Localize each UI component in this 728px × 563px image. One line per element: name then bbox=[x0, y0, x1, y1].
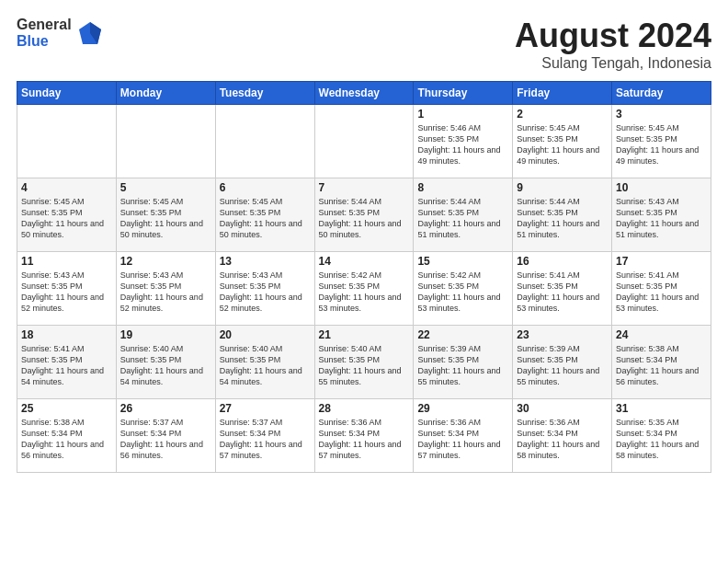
calendar-cell: 21Sunrise: 5:40 AM Sunset: 5:35 PM Dayli… bbox=[314, 326, 414, 399]
day-number: 28 bbox=[319, 402, 410, 415]
day-info: Sunrise: 5:42 AM Sunset: 5:35 PM Dayligh… bbox=[417, 270, 508, 315]
day-number: 14 bbox=[319, 255, 410, 268]
day-info: Sunrise: 5:41 AM Sunset: 5:35 PM Dayligh… bbox=[21, 343, 112, 388]
calendar-cell: 29Sunrise: 5:36 AM Sunset: 5:34 PM Dayli… bbox=[414, 399, 513, 473]
calendar-week-3: 11Sunrise: 5:43 AM Sunset: 5:35 PM Dayli… bbox=[17, 252, 711, 326]
calendar-header-saturday: Saturday bbox=[612, 82, 711, 105]
day-number: 26 bbox=[120, 402, 211, 415]
day-info: Sunrise: 5:44 AM Sunset: 5:35 PM Dayligh… bbox=[319, 196, 410, 241]
title-block: August 2024 Sulang Tengah, Indonesia bbox=[515, 17, 711, 72]
calendar-week-2: 4Sunrise: 5:45 AM Sunset: 5:35 PM Daylig… bbox=[17, 178, 711, 252]
day-info: Sunrise: 5:36 AM Sunset: 5:34 PM Dayligh… bbox=[319, 417, 410, 462]
day-info: Sunrise: 5:43 AM Sunset: 5:35 PM Dayligh… bbox=[220, 270, 311, 315]
day-number: 9 bbox=[517, 181, 608, 194]
day-info: Sunrise: 5:39 AM Sunset: 5:35 PM Dayligh… bbox=[417, 343, 508, 388]
day-info: Sunrise: 5:38 AM Sunset: 5:34 PM Dayligh… bbox=[21, 417, 112, 462]
day-number: 3 bbox=[616, 108, 707, 121]
calendar-header-wednesday: Wednesday bbox=[314, 82, 414, 105]
calendar-cell bbox=[215, 105, 314, 178]
day-number: 27 bbox=[220, 402, 311, 415]
day-info: Sunrise: 5:43 AM Sunset: 5:35 PM Dayligh… bbox=[120, 270, 211, 315]
calendar-cell: 7Sunrise: 5:44 AM Sunset: 5:35 PM Daylig… bbox=[314, 178, 414, 252]
day-info: Sunrise: 5:45 AM Sunset: 5:35 PM Dayligh… bbox=[120, 196, 211, 241]
calendar-week-1: 1Sunrise: 5:46 AM Sunset: 5:35 PM Daylig… bbox=[17, 105, 711, 178]
day-number: 11 bbox=[21, 255, 112, 268]
day-number: 23 bbox=[517, 328, 608, 341]
calendar-cell: 27Sunrise: 5:37 AM Sunset: 5:34 PM Dayli… bbox=[215, 399, 314, 473]
day-number: 31 bbox=[616, 402, 707, 415]
day-info: Sunrise: 5:43 AM Sunset: 5:35 PM Dayligh… bbox=[21, 270, 112, 315]
logo-icon bbox=[75, 18, 105, 48]
day-number: 7 bbox=[319, 181, 410, 194]
day-number: 4 bbox=[21, 181, 112, 194]
calendar-header-tuesday: Tuesday bbox=[215, 82, 314, 105]
day-number: 16 bbox=[517, 255, 608, 268]
calendar-cell: 23Sunrise: 5:39 AM Sunset: 5:35 PM Dayli… bbox=[513, 326, 612, 399]
calendar-cell: 15Sunrise: 5:42 AM Sunset: 5:35 PM Dayli… bbox=[414, 252, 513, 326]
day-number: 24 bbox=[616, 328, 707, 341]
calendar-cell: 14Sunrise: 5:42 AM Sunset: 5:35 PM Dayli… bbox=[314, 252, 414, 326]
calendar-cell: 16Sunrise: 5:41 AM Sunset: 5:35 PM Dayli… bbox=[513, 252, 612, 326]
day-number: 29 bbox=[417, 402, 508, 415]
day-number: 2 bbox=[517, 108, 608, 121]
calendar-cell bbox=[17, 105, 117, 178]
day-info: Sunrise: 5:44 AM Sunset: 5:35 PM Dayligh… bbox=[517, 196, 608, 241]
calendar-cell: 8Sunrise: 5:44 AM Sunset: 5:35 PM Daylig… bbox=[414, 178, 513, 252]
day-number: 10 bbox=[616, 181, 707, 194]
calendar-cell bbox=[116, 105, 215, 178]
day-info: Sunrise: 5:45 AM Sunset: 5:35 PM Dayligh… bbox=[220, 196, 311, 241]
day-info: Sunrise: 5:45 AM Sunset: 5:35 PM Dayligh… bbox=[616, 122, 707, 167]
day-info: Sunrise: 5:36 AM Sunset: 5:34 PM Dayligh… bbox=[517, 417, 608, 462]
day-info: Sunrise: 5:42 AM Sunset: 5:35 PM Dayligh… bbox=[319, 270, 410, 315]
calendar-cell: 3Sunrise: 5:45 AM Sunset: 5:35 PM Daylig… bbox=[612, 105, 711, 178]
calendar-cell: 20Sunrise: 5:40 AM Sunset: 5:35 PM Dayli… bbox=[215, 326, 314, 399]
day-number: 22 bbox=[417, 328, 508, 341]
day-info: Sunrise: 5:39 AM Sunset: 5:35 PM Dayligh… bbox=[517, 343, 608, 388]
day-number: 20 bbox=[220, 328, 311, 341]
day-number: 17 bbox=[616, 255, 707, 268]
day-info: Sunrise: 5:35 AM Sunset: 5:34 PM Dayligh… bbox=[616, 417, 707, 462]
day-number: 12 bbox=[120, 255, 211, 268]
calendar: SundayMondayTuesdayWednesdayThursdayFrid… bbox=[17, 81, 711, 473]
calendar-header-monday: Monday bbox=[116, 82, 215, 105]
day-number: 21 bbox=[319, 328, 410, 341]
day-info: Sunrise: 5:43 AM Sunset: 5:35 PM Dayligh… bbox=[616, 196, 707, 241]
day-info: Sunrise: 5:44 AM Sunset: 5:35 PM Dayligh… bbox=[417, 196, 508, 241]
calendar-cell: 10Sunrise: 5:43 AM Sunset: 5:35 PM Dayli… bbox=[612, 178, 711, 252]
calendar-cell: 28Sunrise: 5:36 AM Sunset: 5:34 PM Dayli… bbox=[314, 399, 414, 473]
header: General Blue August 2024 Sulang Tengah, … bbox=[17, 17, 711, 72]
calendar-header-row: SundayMondayTuesdayWednesdayThursdayFrid… bbox=[17, 82, 711, 105]
day-info: Sunrise: 5:45 AM Sunset: 5:35 PM Dayligh… bbox=[517, 122, 608, 167]
day-info: Sunrise: 5:36 AM Sunset: 5:34 PM Dayligh… bbox=[417, 417, 508, 462]
calendar-cell: 24Sunrise: 5:38 AM Sunset: 5:34 PM Dayli… bbox=[612, 326, 711, 399]
day-number: 5 bbox=[120, 181, 211, 194]
calendar-cell: 1Sunrise: 5:46 AM Sunset: 5:35 PM Daylig… bbox=[414, 105, 513, 178]
calendar-cell: 31Sunrise: 5:35 AM Sunset: 5:34 PM Dayli… bbox=[612, 399, 711, 473]
logo-general: General bbox=[17, 17, 72, 33]
day-info: Sunrise: 5:41 AM Sunset: 5:35 PM Dayligh… bbox=[616, 270, 707, 315]
calendar-cell: 22Sunrise: 5:39 AM Sunset: 5:35 PM Dayli… bbox=[414, 326, 513, 399]
day-info: Sunrise: 5:40 AM Sunset: 5:35 PM Dayligh… bbox=[220, 343, 311, 388]
calendar-cell: 9Sunrise: 5:44 AM Sunset: 5:35 PM Daylig… bbox=[513, 178, 612, 252]
calendar-header-sunday: Sunday bbox=[17, 82, 117, 105]
calendar-header-thursday: Thursday bbox=[414, 82, 513, 105]
day-info: Sunrise: 5:38 AM Sunset: 5:34 PM Dayligh… bbox=[616, 343, 707, 388]
calendar-cell: 19Sunrise: 5:40 AM Sunset: 5:35 PM Dayli… bbox=[116, 326, 215, 399]
calendar-cell: 4Sunrise: 5:45 AM Sunset: 5:35 PM Daylig… bbox=[17, 178, 117, 252]
calendar-cell: 30Sunrise: 5:36 AM Sunset: 5:34 PM Dayli… bbox=[513, 399, 612, 473]
day-number: 25 bbox=[21, 402, 112, 415]
day-info: Sunrise: 5:40 AM Sunset: 5:35 PM Dayligh… bbox=[120, 343, 211, 388]
day-number: 30 bbox=[517, 402, 608, 415]
day-info: Sunrise: 5:41 AM Sunset: 5:35 PM Dayligh… bbox=[517, 270, 608, 315]
calendar-header-friday: Friday bbox=[513, 82, 612, 105]
calendar-cell: 26Sunrise: 5:37 AM Sunset: 5:34 PM Dayli… bbox=[116, 399, 215, 473]
calendar-week-5: 25Sunrise: 5:38 AM Sunset: 5:34 PM Dayli… bbox=[17, 399, 711, 473]
logo: General Blue bbox=[17, 17, 105, 49]
calendar-cell: 17Sunrise: 5:41 AM Sunset: 5:35 PM Dayli… bbox=[612, 252, 711, 326]
calendar-cell: 11Sunrise: 5:43 AM Sunset: 5:35 PM Dayli… bbox=[17, 252, 117, 326]
calendar-cell: 12Sunrise: 5:43 AM Sunset: 5:35 PM Dayli… bbox=[116, 252, 215, 326]
day-info: Sunrise: 5:37 AM Sunset: 5:34 PM Dayligh… bbox=[120, 417, 211, 462]
calendar-cell bbox=[314, 105, 414, 178]
logo-blue: Blue bbox=[17, 33, 72, 50]
day-number: 19 bbox=[120, 328, 211, 341]
